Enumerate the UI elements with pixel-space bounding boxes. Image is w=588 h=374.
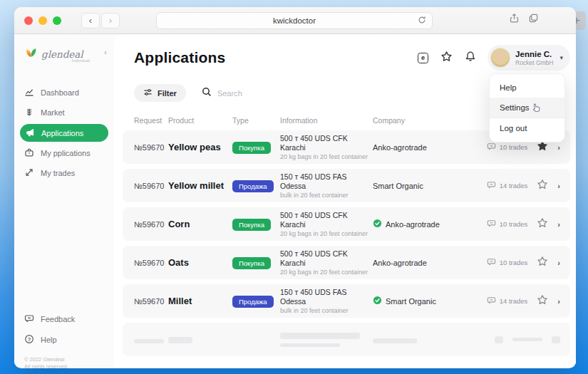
trades-count[interactable]: 14 trades [487, 296, 528, 306]
favorites-star-icon[interactable] [440, 51, 453, 66]
forward-button[interactable]: › [101, 13, 120, 28]
cursor-hand-icon [530, 102, 542, 115]
share-icon[interactable] [509, 13, 520, 26]
feedback-icon [24, 313, 34, 325]
sidebar-item-help[interactable]: ? Help [14, 331, 114, 349]
row-chevron-icon[interactable]: › [557, 220, 560, 229]
close-window-button[interactable] [24, 16, 33, 25]
dashboard-icon [24, 87, 34, 98]
type-badge: Покупка [232, 219, 271, 231]
chevron-down-icon: ▾ [559, 54, 563, 61]
reload-icon[interactable] [418, 16, 426, 26]
information-cell: 500 т 450 UDS CFK Karachi20 kg bags in 2… [280, 134, 373, 161]
sidebar-collapse-icon[interactable]: ‹ [104, 48, 107, 56]
search-box[interactable] [202, 87, 303, 100]
row-chevron-icon[interactable]: › [557, 259, 560, 267]
sidebar: glendeal Individual ‹ Dashboard [14, 34, 114, 368]
table-row[interactable]: №59670 Oats Покупка 500 т 450 UDS CFK Ka… [123, 246, 570, 279]
verified-check-icon [373, 296, 382, 306]
user-dropdown-menu: Help Settings Log out [489, 73, 565, 142]
menu-item-settings[interactable]: Settings [490, 98, 564, 118]
product-name: Corn [168, 219, 232, 229]
type-badge: Продажа [232, 296, 274, 308]
user-menu-button[interactable]: Jennie C. Rocket GmbH ▾ [488, 45, 570, 71]
loading-skeleton-row [123, 323, 570, 356]
information-cell: 150 т 450 UDS FAS Odessabulk in 20 feet … [280, 172, 373, 199]
row-chevron-icon[interactable]: › [557, 297, 560, 306]
search-icon [202, 87, 212, 100]
trades-count[interactable]: 10 trades [487, 257, 528, 268]
table-row[interactable]: №59670 Yellow millet Продажа 150 т 450 U… [123, 169, 570, 202]
zoom-window-button[interactable] [53, 16, 61, 25]
star-toggle-icon[interactable] [537, 294, 548, 308]
product-name: Millet [168, 296, 232, 306]
copyright: © 2022 Glendeal All rights reserved [14, 356, 114, 368]
product-name: Yellow peas [168, 142, 232, 152]
tabs-overview-icon[interactable] [528, 13, 539, 26]
chat-bubble-icon [487, 142, 496, 152]
sidebar-item-market[interactable]: Market [14, 103, 114, 122]
main-panel: Applications e [114, 34, 576, 368]
trades-count[interactable]: 10 trades [487, 219, 528, 229]
company-cell: Anko-agrotrade [373, 259, 487, 267]
table-row[interactable]: №59670 Millet Продажа 150 т 450 UDS FAS … [123, 284, 570, 318]
row-chevron-icon[interactable]: › [557, 182, 560, 190]
filter-button[interactable]: Filter [134, 84, 186, 102]
company-cell: Smart Organic [373, 182, 487, 190]
url-text: kwickdoctor [273, 16, 316, 25]
briefcase-icon [24, 147, 34, 159]
help-icon: ? [24, 334, 34, 346]
information-cell: 150 т 450 UDS FAS Odessabulk in 20 feet … [280, 288, 373, 315]
product-name: Oats [168, 257, 232, 268]
type-badge: Покупка [232, 142, 271, 154]
sidebar-item-dashboard[interactable]: Dashboard [14, 83, 114, 102]
menu-item-logout[interactable]: Log out [490, 118, 564, 138]
minimize-window-button[interactable] [38, 16, 47, 25]
sidebar-item-my-applications[interactable]: My pplications [14, 144, 114, 162]
type-badge: Покупка [232, 257, 271, 269]
star-toggle-icon[interactable] [537, 256, 548, 270]
request-number: №59670 [134, 259, 168, 267]
product-name: Yellow millet [168, 180, 232, 191]
chat-bubble-icon [487, 180, 496, 191]
company-cell: Anko-agrotrade [373, 143, 487, 152]
trades-count[interactable]: 14 trades [487, 180, 528, 191]
filter-sliders-icon [143, 88, 153, 98]
request-number: №59670 [134, 182, 168, 190]
url-bar[interactable]: kwickdoctor [156, 12, 433, 29]
type-badge: Продажа [232, 180, 274, 192]
chat-bubble-icon [487, 257, 496, 268]
menu-item-help[interactable]: Help [490, 78, 564, 98]
information-cell: 500 т 450 UDS CFK Karachi20 kg bags in 2… [280, 211, 373, 238]
back-button[interactable]: ‹ [81, 13, 100, 28]
svg-text:?: ? [28, 336, 31, 343]
browser-window: ‹ › kwickdoctor [14, 7, 576, 368]
browser-chrome: ‹ › kwickdoctor [14, 7, 576, 34]
notifications-bell-icon[interactable] [465, 51, 476, 65]
wheat-icon [24, 107, 34, 118]
megaphone-icon [25, 128, 35, 139]
page-title: Applications [134, 49, 418, 66]
star-toggle-icon[interactable] [537, 179, 548, 193]
trades-count[interactable]: 10 trades [487, 142, 528, 152]
star-toggle-icon[interactable] [537, 217, 548, 232]
chat-bubble-icon [487, 219, 496, 229]
request-number: №59670 [134, 220, 168, 229]
sidebar-item-feedback[interactable]: Feedback [14, 310, 114, 328]
table-row[interactable]: №59670 Corn Покупка 500 т 450 UDS CFK Ka… [123, 207, 570, 241]
row-chevron-icon[interactable]: › [557, 143, 560, 152]
user-name: Jennie C. [515, 50, 553, 59]
traffic-lights [24, 16, 61, 25]
sidebar-item-my-trades[interactable]: My trades [14, 164, 114, 182]
request-number: №59670 [134, 297, 168, 306]
trades-arrows-icon [24, 167, 34, 179]
chat-bubble-icon [487, 296, 496, 306]
sidebar-item-applications[interactable]: Applications [20, 124, 108, 142]
table-body: №59670 Yellow peas Покупка 500 т 450 UDS… [114, 130, 576, 318]
e-card-icon[interactable]: e [418, 53, 428, 63]
avatar [490, 48, 510, 68]
request-number: №59670 [134, 143, 168, 152]
desktop-background: + ‹ › kwickdoctor [0, 0, 588, 374]
user-company: Rocket GmbH [515, 59, 553, 66]
search-input[interactable] [217, 89, 303, 98]
